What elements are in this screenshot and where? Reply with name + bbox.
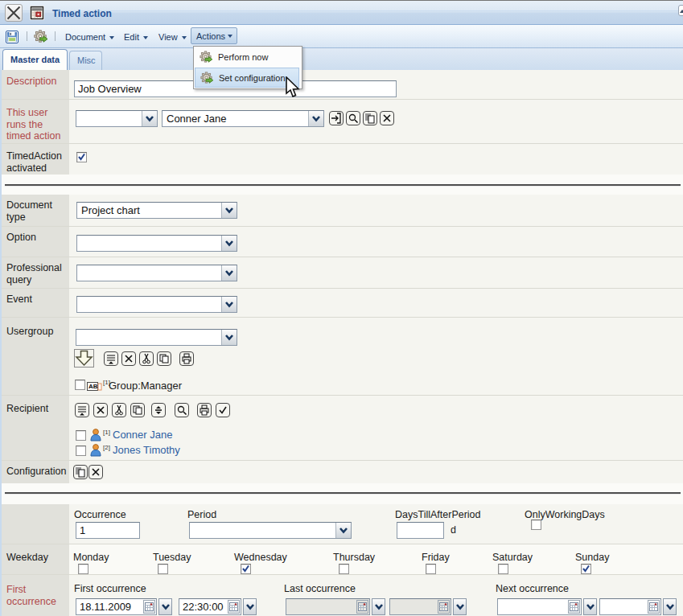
svg-text:AB: AB xyxy=(88,383,98,390)
